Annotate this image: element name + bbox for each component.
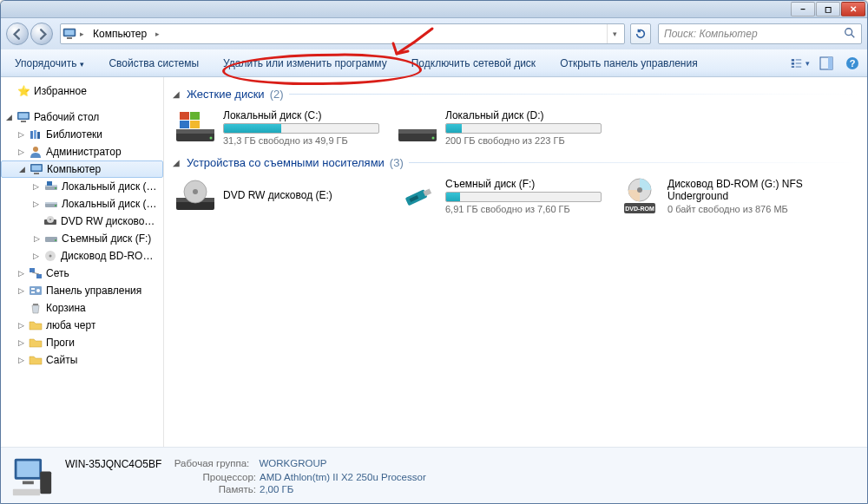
star-icon: ⭐ (16, 84, 30, 98)
svg-rect-48 (176, 129, 214, 134)
search-input[interactable]: Поиск: Компьютер (658, 23, 862, 44)
tree-local-d[interactable]: ▷Локальный диск (D:) (1, 195, 163, 213)
organize-button[interactable]: Упорядочить▾ (6, 56, 93, 71)
folder-icon (29, 353, 43, 367)
svg-rect-40 (36, 274, 42, 278)
svg-rect-1 (65, 30, 75, 36)
uninstall-program-button[interactable]: Удалить или изменить программу (214, 56, 396, 71)
svg-rect-27 (47, 181, 52, 186)
tree-control-panel[interactable]: ▷Панель управления (1, 282, 163, 299)
tree-removable-f[interactable]: ▷Съемный диск (F:) (1, 230, 163, 247)
computer-icon (30, 162, 43, 176)
view-options-button[interactable]: ▾ (791, 54, 810, 73)
address-bar[interactable]: ▸ Компьютер ▸ ▾ (60, 23, 625, 44)
folder-icon (29, 336, 43, 350)
system-properties-button[interactable]: Свойства системы (100, 56, 207, 71)
expand-icon[interactable]: ▷ (16, 286, 25, 295)
tree-dvd-rw[interactable]: DVD RW дисковод (E:) (1, 213, 163, 230)
expand-icon[interactable]: ▷ (16, 321, 25, 330)
tree-admin[interactable]: ▷Администратор (1, 143, 163, 160)
collapse-icon[interactable]: ◢ (173, 158, 181, 167)
tree-lyuba[interactable]: ▷люба черт (1, 317, 163, 334)
tree-sites[interactable]: ▷Сайты (1, 351, 163, 369)
maximize-button[interactable]: ◻ (816, 2, 840, 16)
svg-rect-17 (21, 121, 26, 122)
expand-icon[interactable]: ▷ (32, 182, 41, 191)
close-button[interactable]: ✕ (841, 2, 865, 16)
breadcrumb-computer[interactable]: Компьютер (88, 24, 152, 43)
preview-pane-button[interactable] (817, 54, 836, 73)
recycle-icon (29, 301, 43, 315)
content-area: ◢ Жесткие диски (2) Локальный диск (C:) … (164, 77, 867, 447)
tree-progi[interactable]: ▷Проги (1, 334, 163, 351)
map-network-drive-button[interactable]: Подключить сетевой диск (403, 56, 544, 71)
refresh-button[interactable] (630, 23, 651, 44)
svg-rect-35 (45, 237, 57, 242)
svg-rect-71 (16, 461, 39, 476)
group-hard-drives[interactable]: ◢ Жесткие диски (2) (173, 88, 858, 101)
drive-removable-f[interactable]: Съемный диск (F:) 6,91 ГБ свободно из 7,… (395, 176, 608, 216)
dvd-drive-icon (174, 179, 216, 213)
back-button[interactable] (6, 23, 29, 45)
details-pane: WIN-35JQNC4O5BF Рабочая группа: WORKGROU… (1, 447, 867, 504)
help-button[interactable]: ? (843, 54, 862, 73)
expand-icon[interactable]: ▷ (16, 338, 25, 347)
svg-point-31 (55, 205, 56, 206)
capacity-bar (445, 123, 602, 134)
drive-local-c[interactable]: Локальный диск (C:) 31,3 ГБ свободно из … (173, 108, 386, 147)
drive-local-d[interactable]: Локальный диск (D:) 200 ГБ свободно из 2… (395, 108, 608, 147)
tree-local-c[interactable]: ▷Локальный диск (C:) (1, 178, 163, 195)
svg-rect-73 (40, 471, 51, 494)
open-control-panel-button[interactable]: Открыть панель управления (551, 56, 707, 71)
chevron-right-icon[interactable]: ▸ (155, 29, 160, 38)
disc-icon (43, 249, 57, 263)
drive-icon (44, 197, 58, 211)
navigation-tree: ⭐Избранное ◢Рабочий стол ▷Библиотеки ▷Ад… (1, 77, 164, 447)
minimize-button[interactable]: – (791, 2, 815, 16)
tree-libraries[interactable]: ▷Библиотеки (1, 126, 163, 143)
capacity-bar (445, 192, 602, 202)
svg-point-34 (49, 219, 51, 220)
drive-dvd-rw[interactable]: DVD RW дисковод (E:) (173, 176, 386, 216)
network-icon (29, 266, 43, 280)
expand-icon[interactable]: ▷ (16, 147, 25, 156)
drive-bdrom-g[interactable]: DVD-ROM Дисковод BD-ROM (G:) NFS Undergr… (617, 176, 831, 216)
tree-computer[interactable]: ◢Компьютер (1, 160, 163, 178)
svg-text:?: ? (850, 58, 856, 69)
svg-point-45 (36, 289, 40, 292)
tree-network[interactable]: ▷Сеть (1, 265, 163, 282)
svg-point-21 (33, 147, 38, 152)
expand-icon[interactable]: ▷ (32, 234, 41, 243)
svg-rect-39 (30, 268, 35, 272)
expand-icon[interactable]: ▷ (16, 356, 25, 364)
svg-rect-24 (34, 173, 39, 174)
search-placeholder: Поиск: Компьютер (664, 28, 758, 40)
svg-rect-23 (32, 166, 42, 171)
collapse-icon[interactable]: ◢ (17, 165, 26, 173)
expand-icon[interactable]: ▷ (32, 252, 40, 260)
tree-bdrom-g[interactable]: ▷Дисковод BD-ROM (G:) (1, 247, 163, 265)
svg-rect-5 (792, 59, 794, 61)
expand-icon[interactable]: ▷ (32, 200, 41, 208)
svg-rect-7 (792, 66, 794, 68)
svg-rect-51 (190, 112, 200, 120)
address-dropdown[interactable]: ▾ (607, 24, 622, 43)
svg-rect-44 (31, 291, 35, 293)
tree-recycle[interactable]: Корзина (1, 299, 163, 317)
svg-rect-50 (180, 112, 189, 120)
svg-rect-30 (45, 202, 57, 204)
collapse-icon[interactable]: ◢ (173, 89, 181, 99)
group-removable[interactable]: ◢ Устройства со съемными носителями (3) (173, 156, 858, 169)
svg-point-61 (193, 189, 198, 194)
collapse-icon[interactable]: ◢ (4, 113, 13, 121)
usb-drive-icon (397, 179, 438, 213)
expand-icon[interactable]: ▷ (16, 269, 25, 278)
expand-icon[interactable]: ▷ (16, 130, 25, 139)
computer-name: WIN-35JQNC4O5BF (65, 458, 161, 470)
chevron-right-icon[interactable]: ▸ (80, 29, 84, 38)
tree-desktop[interactable]: ◢Рабочий стол (1, 108, 163, 126)
tree-favorites[interactable]: ⭐Избранное (1, 82, 163, 100)
control-panel-icon (29, 284, 43, 298)
computer-icon (62, 27, 76, 41)
forward-button[interactable] (30, 23, 53, 45)
